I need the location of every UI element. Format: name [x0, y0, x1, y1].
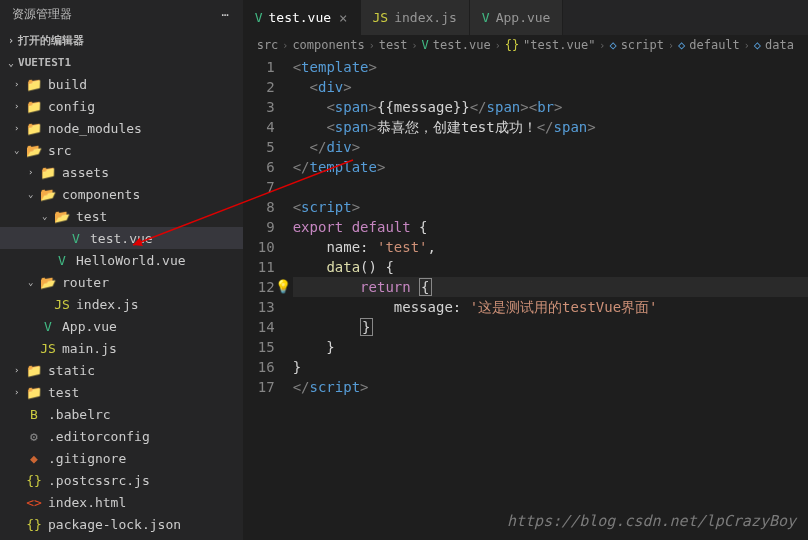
tree-item[interactable]: ›📁build: [0, 73, 243, 95]
open-editors-section[interactable]: › 打开的编辑器: [0, 29, 243, 52]
tree-item[interactable]: ›📁test: [0, 381, 243, 403]
tab-label: index.js: [394, 10, 457, 25]
file-icon: 📂: [26, 142, 42, 158]
code-line[interactable]: </div>: [293, 137, 808, 157]
breadcrumb-label: components: [292, 38, 364, 52]
line-gutter: 1234567891011121314151617: [243, 57, 293, 540]
tree-item[interactable]: ⌄📂src: [0, 139, 243, 161]
line-number: 7: [243, 177, 275, 197]
tree-item[interactable]: ◆.gitignore: [0, 447, 243, 469]
editor-tabs: Vtest.vue×JSindex.jsVApp.vue: [243, 0, 808, 35]
code-editor[interactable]: 1234567891011121314151617 <template> <di…: [243, 55, 808, 540]
code-line[interactable]: <span>{{message}}</span><br>: [293, 97, 808, 117]
breadcrumb-item[interactable]: src: [257, 38, 279, 52]
code-line[interactable]: [293, 177, 808, 197]
tab-file-icon: V: [482, 10, 490, 25]
breadcrumb-item[interactable]: ◇default: [678, 38, 740, 52]
code-lines[interactable]: <template> <div> <span>{{message}}</span…: [293, 57, 808, 540]
file-icon: 📂: [54, 208, 70, 224]
tab-file-icon: V: [255, 10, 263, 25]
tree-item-label: .postcssrc.js: [48, 473, 150, 488]
breadcrumb-item[interactable]: test: [379, 38, 408, 52]
project-name: VUETEST1: [18, 56, 71, 69]
breadcrumb-icon: ◇: [678, 38, 685, 52]
code-line[interactable]: }: [293, 317, 808, 337]
breadcrumb-icon: ◇: [754, 38, 761, 52]
editor-tab[interactable]: VApp.vue: [470, 0, 564, 35]
tree-item[interactable]: JSmain.js: [0, 337, 243, 359]
breadcrumb-separator-icon: ›: [282, 40, 288, 51]
tree-item[interactable]: VHelloWorld.vue: [0, 249, 243, 271]
breadcrumb-item[interactable]: components: [292, 38, 364, 52]
code-line[interactable]: <script>: [293, 197, 808, 217]
breadcrumb-item[interactable]: ◇script: [609, 38, 664, 52]
tree-item[interactable]: JSindex.js: [0, 293, 243, 315]
code-line[interactable]: message: '这是测试用的testVue界面': [293, 297, 808, 317]
close-icon[interactable]: ×: [339, 10, 347, 26]
code-line[interactable]: <span>恭喜您，创建test成功！</span>: [293, 117, 808, 137]
tree-item-label: build: [48, 77, 87, 92]
tree-item[interactable]: ›📁config: [0, 95, 243, 117]
breadcrumb-label: test: [379, 38, 408, 52]
code-line[interactable]: </script>: [293, 377, 808, 397]
tree-item-label: .editorconfig: [48, 429, 150, 444]
breadcrumb[interactable]: src›components›test›Vtest.vue›{}"test.vu…: [243, 35, 808, 55]
breadcrumb-item[interactable]: Vtest.vue: [422, 38, 491, 52]
chevron-icon: ›: [14, 79, 26, 89]
line-number: 11: [243, 257, 275, 277]
chevron-icon: ⌄: [42, 211, 54, 221]
editor-tab[interactable]: Vtest.vue×: [243, 0, 361, 35]
chevron-icon: ⌄: [28, 277, 40, 287]
open-editors-label: 打开的编辑器: [18, 33, 84, 48]
file-icon: 📁: [26, 98, 42, 114]
project-section[interactable]: ⌄ VUETEST1: [0, 52, 243, 73]
file-icon: JS: [54, 296, 70, 312]
tree-item[interactable]: Vtest.vue: [0, 227, 243, 249]
code-line[interactable]: <template>: [293, 57, 808, 77]
code-line[interactable]: <div>: [293, 77, 808, 97]
tree-item[interactable]: ⌄📂test: [0, 205, 243, 227]
code-line[interactable]: export default {: [293, 217, 808, 237]
lightbulb-icon[interactable]: 💡: [275, 277, 291, 297]
code-line[interactable]: name: 'test',: [293, 237, 808, 257]
line-number: 2: [243, 77, 275, 97]
file-icon: 📁: [26, 76, 42, 92]
breadcrumb-item[interactable]: ◇data: [754, 38, 794, 52]
file-icon: 📁: [26, 362, 42, 378]
line-number: 15: [243, 337, 275, 357]
code-line[interactable]: data() {: [293, 257, 808, 277]
tree-item[interactable]: ›📁static: [0, 359, 243, 381]
tree-item[interactable]: {}.postcssrc.js: [0, 469, 243, 491]
explorer-title: 资源管理器: [12, 6, 72, 23]
tree-item[interactable]: ›📁assets: [0, 161, 243, 183]
tree-item[interactable]: ⚙.editorconfig: [0, 425, 243, 447]
chevron-icon: ›: [14, 365, 26, 375]
code-line[interactable]: }: [293, 357, 808, 377]
tree-item[interactable]: VApp.vue: [0, 315, 243, 337]
breadcrumb-icon: {}: [505, 38, 519, 52]
file-icon: ⚙: [26, 428, 42, 444]
code-line[interactable]: </template>: [293, 157, 808, 177]
breadcrumb-item[interactable]: {}"test.vue": [505, 38, 596, 52]
code-line[interactable]: 💡 return {: [293, 277, 808, 297]
file-icon: V: [68, 230, 84, 246]
breadcrumb-separator-icon: ›: [369, 40, 375, 51]
breadcrumb-icon: ◇: [609, 38, 616, 52]
tree-item-label: index.js: [76, 297, 139, 312]
chevron-icon: ›: [14, 101, 26, 111]
tree-item-label: test: [76, 209, 107, 224]
explorer-sidebar: 资源管理器 ⋯ › 打开的编辑器 ⌄ VUETEST1 ›📁build›📁con…: [0, 0, 243, 540]
tree-item[interactable]: <>index.html: [0, 491, 243, 513]
line-number: 4: [243, 117, 275, 137]
tree-item[interactable]: B.babelrc: [0, 403, 243, 425]
more-icon[interactable]: ⋯: [221, 8, 230, 22]
tree-item-label: .babelrc: [48, 407, 111, 422]
tree-item[interactable]: {}package-lock.json: [0, 513, 243, 535]
tree-item[interactable]: ⌄📂components: [0, 183, 243, 205]
editor-tab[interactable]: JSindex.js: [361, 0, 470, 35]
code-line[interactable]: }: [293, 337, 808, 357]
line-number: 13: [243, 297, 275, 317]
tree-item[interactable]: ›📁node_modules: [0, 117, 243, 139]
tree-item[interactable]: ⌄📂router: [0, 271, 243, 293]
line-number: 1: [243, 57, 275, 77]
